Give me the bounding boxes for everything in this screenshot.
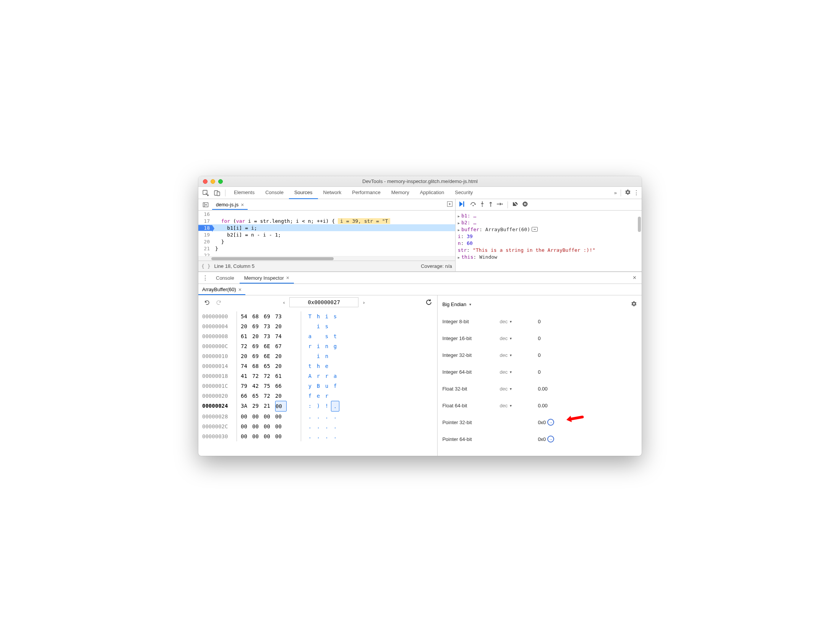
hex-ascii-char[interactable]: .: [323, 421, 331, 431]
hex-row[interactable]: 0000001020696E20 in: [202, 351, 433, 361]
redo-icon[interactable]: [214, 298, 224, 307]
hex-ascii-char[interactable]: .: [323, 412, 331, 421]
deactivate-breakpoints-icon[interactable]: [512, 201, 519, 208]
address-input[interactable]: [289, 297, 358, 307]
hex-byte[interactable]: 72: [264, 391, 275, 401]
hex-ascii-char[interactable]: [306, 321, 314, 331]
hex-ascii-char[interactable]: .: [314, 421, 323, 431]
hex-ascii-char[interactable]: [314, 331, 323, 341]
hex-row[interactable]: 0000000861207374a st: [202, 331, 433, 341]
hex-ascii-char[interactable]: [331, 391, 339, 401]
panel-tab-elements[interactable]: Elements: [229, 187, 260, 199]
hex-row[interactable]: 0000003000000000....: [202, 431, 433, 441]
refresh-icon[interactable]: [424, 298, 433, 307]
hex-byte[interactable]: 65: [264, 361, 275, 371]
scope-item[interactable]: this: [461, 254, 473, 260]
hex-ascii-char[interactable]: i: [323, 311, 331, 321]
format-select[interactable]: dec: [499, 319, 508, 324]
hex-row[interactable]: 000000243A292100:)!.: [202, 401, 433, 412]
hex-ascii-char[interactable]: .: [314, 431, 323, 441]
hex-byte[interactable]: 29: [252, 401, 264, 412]
hex-row[interactable]: 0000002066657220fer: [202, 391, 433, 401]
hex-ascii-char[interactable]: f: [306, 391, 314, 401]
hex-byte[interactable]: 75: [264, 381, 275, 391]
hex-ascii-char[interactable]: [306, 351, 314, 361]
hex-ascii-char[interactable]: i: [314, 351, 323, 361]
step-out-icon[interactable]: [488, 201, 493, 208]
hex-byte[interactable]: 3A: [241, 401, 252, 412]
hex-ascii-char[interactable]: r: [323, 371, 331, 381]
hex-byte[interactable]: 65: [252, 391, 264, 401]
drawer-tab-console[interactable]: Console: [211, 273, 239, 283]
hex-byte[interactable]: 54: [241, 311, 252, 321]
hex-ascii-char[interactable]: .: [323, 431, 331, 441]
hex-ascii-char[interactable]: e: [314, 391, 323, 401]
hex-byte[interactable]: 00: [275, 412, 287, 421]
hex-ascii-char[interactable]: u: [323, 381, 331, 391]
hex-ascii-char[interactable]: .: [331, 412, 339, 421]
hex-byte[interactable]: 69: [252, 321, 264, 331]
hex-ascii-char[interactable]: .: [306, 412, 314, 421]
hex-byte[interactable]: 6E: [264, 351, 275, 361]
endianness-select[interactable]: Big Endian ▾: [442, 301, 471, 307]
hex-byte[interactable]: 21: [264, 401, 275, 412]
hex-byte[interactable]: 00: [241, 412, 252, 421]
format-select[interactable]: dec: [499, 335, 508, 341]
hex-ascii-char[interactable]: t: [306, 361, 314, 371]
jump-to-address-icon[interactable]: →: [547, 419, 554, 426]
hex-byte[interactable]: 00: [275, 431, 287, 441]
window-minimize-button[interactable]: [211, 179, 215, 184]
kebab-menu-icon[interactable]: ⋮: [633, 189, 639, 196]
hex-byte[interactable]: 73: [264, 321, 275, 331]
hex-ascii-char[interactable]: [331, 321, 339, 331]
close-icon[interactable]: ×: [241, 202, 244, 208]
hex-byte[interactable]: 67: [275, 341, 287, 351]
hex-byte[interactable]: 79: [241, 381, 252, 391]
hex-row[interactable]: 0000000420697320 is: [202, 321, 433, 331]
reveal-in-memory-icon[interactable]: ⋯: [532, 227, 538, 232]
hex-row[interactable]: 0000002800000000....: [202, 412, 433, 421]
hex-row[interactable]: 0000001841727261Arra: [202, 371, 433, 381]
panel-tab-performance[interactable]: Performance: [347, 187, 386, 199]
hex-ascii-char[interactable]: [331, 351, 339, 361]
scope-item[interactable]: b1: …: [461, 213, 476, 219]
hex-row[interactable]: 0000001474686520the: [202, 361, 433, 371]
hex-ascii-char[interactable]: T: [306, 311, 314, 321]
inspector-tab[interactable]: ArrayBuffer(60) ×: [198, 284, 245, 295]
step-icon[interactable]: [497, 202, 503, 207]
hex-byte[interactable]: 74: [241, 361, 252, 371]
hex-ascii-char[interactable]: f: [331, 381, 339, 391]
hex-byte[interactable]: 00: [264, 431, 275, 441]
next-page-icon[interactable]: ›: [359, 298, 368, 307]
more-tabs-chevron[interactable]: »: [614, 190, 617, 196]
navigator-toggle-icon[interactable]: [201, 200, 211, 210]
hex-ascii-char[interactable]: [331, 361, 339, 371]
pretty-print-icon[interactable]: { }: [201, 263, 210, 269]
pause-exceptions-icon[interactable]: [522, 201, 528, 208]
hex-byte[interactable]: 00: [264, 412, 275, 421]
close-icon[interactable]: ×: [286, 275, 289, 281]
undo-icon[interactable]: [202, 298, 211, 307]
panel-tab-memory[interactable]: Memory: [386, 187, 415, 199]
close-icon[interactable]: ×: [238, 287, 242, 293]
hex-ascii-char[interactable]: r: [323, 391, 331, 401]
hex-byte[interactable]: 6E: [264, 341, 275, 351]
hex-ascii-char[interactable]: .: [306, 421, 314, 431]
hex-byte[interactable]: 00: [275, 401, 287, 412]
hex-byte[interactable]: 69: [252, 341, 264, 351]
interpreter-settings-icon[interactable]: [631, 301, 637, 308]
hex-ascii-char[interactable]: h: [314, 361, 323, 371]
hex-byte[interactable]: 73: [275, 311, 287, 321]
scope-item[interactable]: buffer: [461, 227, 479, 232]
hex-ascii-char[interactable]: .: [306, 431, 314, 441]
hex-byte[interactable]: 20: [241, 351, 252, 361]
hex-ascii-char[interactable]: s: [331, 311, 339, 321]
breakpoint-marker[interactable]: 18: [198, 225, 212, 231]
hex-viewer[interactable]: 0000000054686973This0000000420697320 is …: [198, 309, 437, 444]
hex-byte[interactable]: 00: [264, 421, 275, 431]
hex-byte[interactable]: 66: [275, 381, 287, 391]
hex-byte[interactable]: 69: [252, 351, 264, 361]
hex-byte[interactable]: 20: [275, 391, 287, 401]
hex-ascii-char[interactable]: g: [331, 341, 339, 351]
hex-byte[interactable]: 00: [241, 431, 252, 441]
